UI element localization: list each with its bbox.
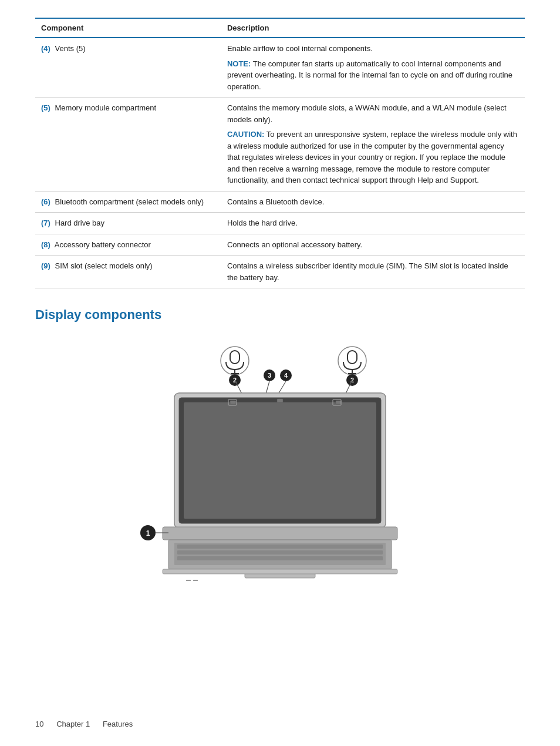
svg-rect-23 <box>230 401 236 404</box>
table-row: (4) Vents (5)Enable airflow to cool inte… <box>35 38 525 98</box>
description-cell: Contains a wireless subscriber identity … <box>221 256 525 288</box>
svg-rect-31 <box>177 556 383 560</box>
description-text: Holds the hard drive. <box>227 219 298 227</box>
svg-rect-26 <box>163 527 397 540</box>
laptop-svg: 2 3 4 2 <box>116 334 444 581</box>
row-number: (8) <box>41 240 50 249</box>
note-block: NOTE: The computer fan starts up automat… <box>227 58 519 93</box>
component-cell: (9) SIM slot (select models only) <box>35 256 221 288</box>
caution-block: CAUTION: To prevent an unresponsive syst… <box>227 129 519 186</box>
svg-rect-39 <box>186 580 191 581</box>
table-row: (7) Hard drive bayHolds the hard drive. <box>35 213 525 234</box>
footer-chapter: Chapter 1 <box>56 720 90 728</box>
table-row: (5) Memory module compartmentContains th… <box>35 98 525 191</box>
row-number: (7) <box>41 219 50 227</box>
col-component-header: Component <box>35 18 221 38</box>
component-table: Component Description (4) Vents (5)Enabl… <box>35 18 525 288</box>
description-cell: Connects an optional accessory battery. <box>221 234 525 256</box>
page-number: 10 <box>35 720 43 728</box>
caution-label: CAUTION: <box>227 130 265 139</box>
component-cell: (6) Bluetooth compartment (select models… <box>35 191 221 213</box>
svg-text:4: 4 <box>284 372 288 379</box>
col-description-header: Description <box>221 18 525 38</box>
component-cell: (4) Vents (5) <box>35 38 221 98</box>
svg-rect-33 <box>163 569 397 574</box>
row-number: (9) <box>41 261 50 270</box>
display-components-section: Display components 2 3 4 <box>35 307 525 581</box>
description-text: Enable airflow to cool internal componen… <box>227 44 373 53</box>
description-text: Contains the memory module slots, a WWAN… <box>227 103 507 124</box>
description-cell: Enable airflow to cool internal componen… <box>221 38 525 98</box>
description-text: Contains a Bluetooth device. <box>227 197 325 206</box>
section-title: Display components <box>35 307 525 322</box>
row-number: (5) <box>41 103 50 112</box>
svg-rect-40 <box>193 580 198 581</box>
table-row: (9) SIM slot (select models only)Contain… <box>35 256 525 288</box>
page-footer: 10 Chapter 1 Features <box>35 720 133 728</box>
component-cell: (7) Hard drive bay <box>35 213 221 234</box>
svg-text:1: 1 <box>146 529 150 537</box>
table-row: (8) Accessory battery connectorConnects … <box>35 234 525 256</box>
svg-text:3: 3 <box>268 372 271 379</box>
row-number: (4) <box>41 44 50 53</box>
component-cell: (8) Accessory battery connector <box>35 234 221 256</box>
description-text: Contains a wireless subscriber identity … <box>227 261 508 282</box>
row-number: (6) <box>41 197 50 206</box>
note-label: NOTE: <box>227 59 251 68</box>
description-cell: Holds the hard drive. <box>221 213 525 234</box>
svg-rect-22 <box>184 402 376 519</box>
description-cell: Contains a Bluetooth device. <box>221 191 525 213</box>
description-cell: Contains the memory module slots, a WWAN… <box>221 98 525 191</box>
display-image: 2 3 4 2 <box>116 334 444 581</box>
component-cell: (5) Memory module compartment <box>35 98 221 191</box>
description-text: Connects an optional accessory battery. <box>227 240 362 249</box>
svg-rect-24 <box>277 399 283 402</box>
table-row: (6) Bluetooth compartment (select models… <box>35 191 525 213</box>
footer-chapter-title: Features <box>103 720 133 728</box>
svg-rect-30 <box>177 550 383 555</box>
svg-rect-29 <box>177 545 383 549</box>
